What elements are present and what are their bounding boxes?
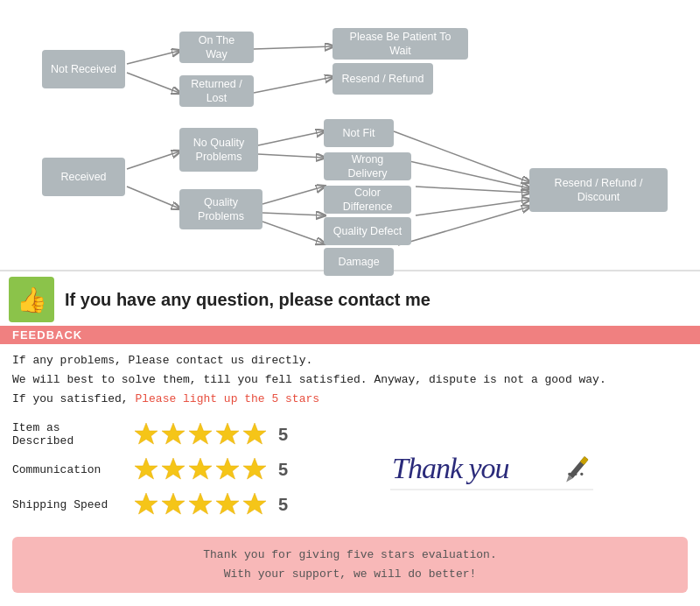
rating-label-1: Item as Described [12,421,126,447]
ratings-section: Item as Described 5 Communication 5 [0,414,700,533]
svg-line-12 [394,158,529,188]
svg-marker-27 [162,493,185,514]
rating-row-3: Shipping Speed 5 [12,491,288,518]
thumb-icon: 👍 [9,277,54,322]
star [187,421,214,447]
star [133,421,159,447]
svg-marker-25 [243,458,266,479]
thankyou-area: Thank you ... [305,421,688,526]
bottom-line1: Thank you for giving five stars evaluati… [30,546,670,565]
feedback-line3-start: If you satisfied, [12,392,135,405]
star [133,491,159,518]
star [160,456,186,483]
star [160,491,186,518]
svg-line-2 [254,46,332,49]
svg-line-4 [127,152,179,169]
box-resend-refund-discount: Resend / Refund / Discount [529,168,668,212]
thankyou-svg: Thank you ... [383,430,611,518]
svg-marker-20 [243,423,266,444]
star [242,421,268,447]
box-resend-refund: Resend / Refund [332,63,433,95]
svg-line-3 [254,77,332,93]
svg-marker-21 [135,458,158,479]
svg-marker-19 [216,423,239,444]
box-on-the-way: On The Way [179,32,254,63]
svg-line-13 [416,187,529,193]
box-quality-defect: Quality Defect [324,217,411,245]
stars-2 [133,456,268,483]
svg-marker-22 [162,458,185,479]
rating-num-1: 5 [278,425,288,445]
feedback-line2: We will best to solve them, till you fel… [12,370,688,390]
box-not-received: Not Received [42,50,125,88]
flowchart-section: Not Received On The Way Returned / Lost … [0,0,700,270]
star [187,456,214,483]
svg-marker-18 [189,423,212,444]
star [133,456,159,483]
flow-canvas: Not Received On The Way Returned / Lost … [18,16,682,261]
svg-line-5 [127,187,179,208]
box-quality-problems: Quality Problems [179,189,262,229]
svg-marker-28 [189,493,212,514]
bottom-box: Thank you for giving five stars evaluati… [12,537,688,593]
feedback-line3: If you satisfied, Please light up the 5 … [12,390,688,409]
box-not-fit: Not Fit [324,119,394,147]
box-damage: Damage [324,248,394,276]
svg-marker-26 [135,493,158,514]
svg-line-14 [416,200,529,215]
feedback-highlight: Please light up the 5 stars [135,392,319,405]
star [214,421,241,447]
svg-line-8 [262,187,324,204]
rating-row-2: Communication 5 [12,456,288,483]
svg-line-6 [258,131,324,145]
svg-line-0 [127,51,179,64]
svg-text:Thank you: Thank you [392,452,509,484]
svg-marker-16 [135,423,158,444]
bottom-line2: With your support, we will do better! [30,565,670,584]
svg-marker-17 [162,423,185,444]
svg-line-15 [398,207,529,245]
star [160,421,186,447]
svg-line-9 [262,213,324,215]
feedback-text: If any problems, Please contact us direc… [0,344,700,414]
ratings-table: Item as Described 5 Communication 5 [12,421,288,526]
rating-label-2: Communication [12,463,126,476]
star [242,456,268,483]
star [187,491,214,518]
svg-marker-23 [189,458,212,479]
svg-marker-29 [216,493,239,514]
star [214,491,241,518]
svg-marker-24 [216,458,239,479]
contact-text: If you have any question, please contact… [65,290,430,310]
svg-marker-30 [243,493,266,514]
box-wrong-delivery: Wrong Delivery [324,152,411,180]
box-received: Received [42,158,125,196]
box-color-difference: Color Difference [324,186,411,214]
rating-num-3: 5 [278,495,288,515]
svg-line-1 [127,73,179,93]
box-please-wait: Please Be Patient To Wait [332,28,468,60]
rating-row-1: Item as Described 5 [12,421,288,447]
feedback-bar: FEEDBACK [0,326,700,344]
svg-line-10 [262,222,324,243]
rating-num-2: 5 [278,460,288,480]
contact-section: 👍 If you have any question, please conta… [0,270,700,326]
rating-label-3: Shipping Speed [12,498,126,511]
stars-3 [133,491,268,518]
star [214,456,241,483]
svg-line-11 [394,131,529,182]
star [242,491,268,518]
box-no-quality: No Quality Problems [179,128,258,172]
stars-1 [133,421,268,447]
svg-line-7 [258,154,324,158]
box-returned-lost: Returned / Lost [179,75,254,107]
feedback-line1: If any problems, Please contact us direc… [12,351,688,370]
